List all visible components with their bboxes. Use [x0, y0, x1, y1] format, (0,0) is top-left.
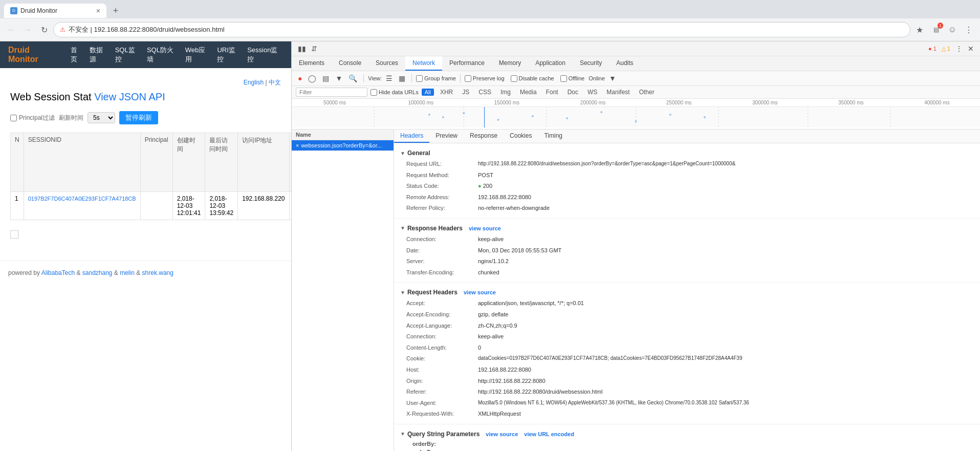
nav-sql-firewall[interactable]: SQL防火墙 [147, 46, 179, 64]
user-btn[interactable]: ☺ [945, 23, 960, 37]
nav-datasource[interactable]: 数据源 [90, 46, 109, 64]
qp-view-source[interactable]: view source [486, 431, 518, 437]
filter-ws[interactable]: WS [584, 88, 600, 97]
devtools-warning-badge[interactable]: △ 1 [940, 45, 952, 53]
hide-data-urls-label: Hide data URLs [371, 89, 419, 96]
details-tab-headers[interactable]: Headers [394, 130, 429, 143]
clear-btn[interactable]: ◯ [306, 73, 318, 83]
resp-server-key: Server: [406, 257, 478, 266]
devtools-error-badge[interactable]: ● 1 [926, 45, 939, 53]
view-grid-btn[interactable]: ▦ [397, 73, 407, 83]
filter-css[interactable]: CSS [475, 88, 494, 97]
author-melin[interactable]: melin [120, 269, 135, 276]
timeline-svg [292, 107, 980, 127]
json-api-link[interactable]: View JSON API [94, 91, 165, 102]
network-list: Name × websession.json?orderBy=&or... [292, 130, 394, 451]
menu-btn[interactable]: ⋮ [962, 23, 976, 37]
nav-session-monitor[interactable]: Session监控 [247, 46, 283, 64]
details-tab-preview[interactable]: Preview [429, 130, 464, 143]
nav-home[interactable]: 首页 [71, 46, 83, 64]
filter-all-btn[interactable]: All [422, 89, 434, 96]
tab-elements[interactable]: Elements [292, 56, 332, 71]
filter-other[interactable]: Other [636, 88, 658, 97]
view-list-btn[interactable]: ☰ [384, 73, 395, 83]
forward-btn[interactable]: → [20, 23, 35, 37]
network-item[interactable]: × websession.json?orderBy=&or... [292, 140, 394, 151]
tab-audits[interactable]: Audits [609, 56, 640, 71]
tab-console[interactable]: Console [332, 56, 368, 71]
timeline-area: 50000 ms 100000 ms 150000 ms 200000 ms 2… [292, 99, 980, 130]
throttle-btn[interactable]: ▼ [607, 73, 618, 83]
resp-view-source[interactable]: view source [469, 225, 501, 231]
details-tab-response[interactable]: Response [464, 130, 504, 143]
tab-sources[interactable]: Sources [368, 56, 405, 71]
lang-english[interactable]: English [244, 79, 264, 86]
group-frame-checkbox[interactable] [416, 75, 423, 82]
request-headers-header[interactable]: ▼ Request Headers view source [400, 287, 974, 298]
extensions-btn[interactable]: 1 ▤ [929, 23, 943, 37]
filter-xhr[interactable]: XHR [437, 88, 456, 97]
tl-200k: 200000 ms [550, 100, 636, 105]
separator2 [411, 74, 412, 82]
query-params-header[interactable]: ▼ Query String Parameters view source vi… [400, 428, 974, 440]
tab-close-btn[interactable]: × [96, 7, 100, 15]
resp-date-val: Mon, 03 Dec 2018 05:55:53 GMT [478, 246, 561, 255]
filter-js[interactable]: JS [459, 88, 472, 97]
details-tab-cookies[interactable]: Cookies [504, 130, 538, 143]
filter-toggle-btn[interactable]: ▼ [333, 73, 344, 83]
devtools-dock-btn[interactable]: ▮▮ [296, 44, 308, 54]
author-sandzhang[interactable]: sandzhang [82, 269, 113, 276]
back-btn[interactable]: ← [4, 23, 18, 37]
new-tab-btn[interactable]: + [108, 4, 123, 18]
record-btn[interactable]: ● [296, 73, 304, 83]
tab-network[interactable]: Network [405, 56, 442, 71]
bookmark-btn[interactable]: ★ [912, 23, 927, 37]
nav-uri-monitor[interactable]: URI监控 [217, 46, 241, 64]
main-container: Druid Monitor 首页 数据源 SQL监控 SQL防火墙 Web应用 … [0, 41, 980, 451]
disable-cache-checkbox[interactable] [511, 75, 517, 82]
filter-manifest[interactable]: Manifest [603, 88, 633, 97]
filter-doc[interactable]: Doc [564, 88, 581, 97]
nav-web-app[interactable]: Web应用 [185, 46, 211, 64]
filter-font[interactable]: Font [543, 88, 561, 97]
devtools-more-btn[interactable]: ⋮ [953, 44, 965, 54]
principal-filter-checkbox[interactable] [10, 115, 17, 121]
devtools-cursor-btn[interactable]: ⇵ [309, 44, 319, 54]
response-headers-header[interactable]: ▼ Response Headers view source [400, 223, 974, 234]
session-id-link[interactable]: 0197B2F7D6C407A0E293F1CF7A4718CB [28, 196, 136, 202]
active-tab[interactable]: D Druid Monitor × [4, 4, 106, 18]
tab-application[interactable]: Application [528, 56, 573, 71]
tab-memory[interactable]: Memory [492, 56, 528, 71]
request-headers-section: ▼ Request Headers view source Accept: ap… [394, 283, 980, 424]
interval-select[interactable]: 1s 5s 10s 30s 60s [88, 112, 115, 123]
filter-media[interactable]: Media [517, 88, 540, 97]
tab-performance[interactable]: Performance [442, 56, 492, 71]
cell-create-time: 2,018-12-03 12:01:41 [172, 192, 205, 220]
hide-data-urls-checkbox[interactable] [371, 89, 377, 96]
search-btn[interactable]: 🔍 [346, 73, 359, 83]
nav-sql-monitor[interactable]: SQL监控 [115, 46, 141, 64]
lang-chinese[interactable]: 中文 [269, 79, 281, 86]
req-view-source[interactable]: view source [464, 289, 496, 295]
filter-img[interactable]: Img [497, 88, 514, 97]
svg-point-10 [497, 119, 499, 121]
details-tab-timing[interactable]: Timing [538, 130, 569, 143]
online-label: Online [589, 75, 605, 81]
tab-security[interactable]: Security [573, 56, 609, 71]
tl-100k: 100000 ms [378, 100, 464, 105]
devtools-close-btn[interactable]: ✕ [966, 44, 976, 54]
reload-btn[interactable]: ↻ [37, 23, 51, 37]
camera-btn[interactable]: ▤ [320, 73, 331, 83]
pause-refresh-btn[interactable]: 暂停刷新 [119, 111, 158, 124]
cell-n: 1 [11, 192, 24, 220]
filter-input[interactable] [296, 88, 367, 97]
item-close-icon[interactable]: × [296, 142, 299, 148]
author-shrek[interactable]: shrek.wang [142, 269, 173, 276]
offline-checkbox[interactable] [560, 75, 567, 82]
qp-view-url-encoded[interactable]: view URL encoded [524, 431, 574, 437]
author-alibaba[interactable]: AlibabaTech [41, 269, 75, 276]
preserve-log-checkbox[interactable] [465, 75, 471, 82]
address-bar[interactable]: ⚠ 不安全 | 192.168.88.222:8080/druid/webses… [53, 22, 910, 37]
principal-filter-label[interactable]: Principal过滤 [10, 114, 55, 122]
general-header[interactable]: ▼ General [400, 147, 974, 159]
